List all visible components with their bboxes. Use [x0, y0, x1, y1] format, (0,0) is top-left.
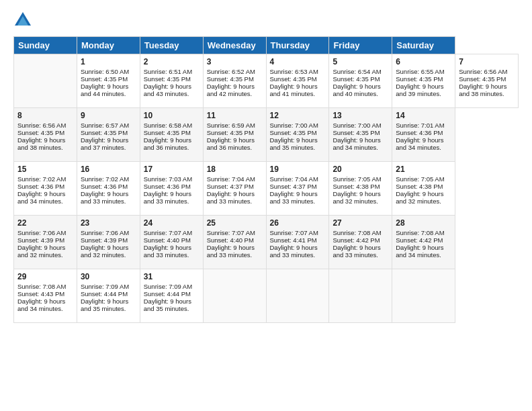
sunrise-label: Sunrise: 6:59 AM — [207, 122, 255, 129]
sunset-label: Sunset: 4:44 PM — [144, 290, 191, 298]
daylight-label: Daylight: 9 hours and 36 minutes. — [207, 136, 255, 151]
day-number: 10 — [144, 111, 200, 120]
daylight-label: Daylight: 9 hours and 41 minutes. — [270, 83, 318, 97]
day-number: 30 — [81, 272, 136, 281]
day-number: 23 — [81, 218, 136, 228]
header — [13, 11, 519, 30]
sunset-label: Sunset: 4:37 PM — [207, 183, 254, 190]
sunrise-label: Sunrise: 7:06 AM — [17, 229, 66, 236]
sunrise-label: Sunrise: 7:08 AM — [332, 229, 381, 236]
sunrise-label: Sunrise: 6:54 AM — [332, 68, 381, 75]
sunset-label: Sunset: 4:44 PM — [81, 290, 128, 298]
daylight-label: Daylight: 9 hours and 32 minutes. — [332, 190, 380, 205]
calendar-body: 1Sunrise: 6:50 AMSunset: 4:35 PMDaylight… — [14, 54, 519, 323]
sunrise-label: Sunrise: 7:08 AM — [396, 229, 444, 236]
day-header-wednesday: Wednesday — [203, 37, 266, 54]
daylight-label: Daylight: 9 hours and 35 minutes. — [144, 298, 191, 312]
sunrise-label: Sunrise: 7:05 AM — [396, 175, 444, 183]
day-cell: 5Sunrise: 6:54 AMSunset: 4:35 PMDaylight… — [329, 54, 392, 108]
day-cell: 8Sunrise: 6:56 AMSunset: 4:35 PMDaylight… — [14, 108, 77, 162]
sunrise-label: Sunrise: 7:00 AM — [270, 122, 318, 129]
day-number: 6 — [396, 57, 451, 66]
sunset-label: Sunset: 4:35 PM — [144, 75, 191, 83]
calendar-header: SundayMondayTuesdayWednesdayThursdayFrid… — [14, 37, 519, 54]
day-number: 26 — [270, 218, 326, 228]
sunrise-label: Sunrise: 6:55 AM — [396, 68, 444, 75]
day-cell: 27Sunrise: 7:08 AMSunset: 4:42 PMDayligh… — [329, 216, 392, 269]
calendar-table: SundayMondayTuesdayWednesdayThursdayFrid… — [13, 36, 519, 323]
day-number: 21 — [396, 165, 451, 174]
day-cell: 23Sunrise: 7:06 AMSunset: 4:39 PMDayligh… — [77, 216, 140, 269]
sunrise-label: Sunrise: 7:06 AM — [81, 229, 129, 236]
daylight-label: Daylight: 9 hours and 34 minutes. — [17, 298, 65, 312]
daylight-label: Daylight: 9 hours and 33 minutes. — [270, 190, 318, 205]
sunset-label: Sunset: 4:43 PM — [17, 290, 64, 298]
day-number: 18 — [207, 165, 263, 174]
logo — [13, 11, 35, 30]
day-cell: 24Sunrise: 7:07 AMSunset: 4:40 PMDayligh… — [140, 216, 203, 269]
day-number: 8 — [17, 111, 73, 120]
sunset-label: Sunset: 4:35 PM — [144, 129, 191, 136]
sunset-label: Sunset: 4:35 PM — [207, 129, 254, 136]
day-cell: 6Sunrise: 6:55 AMSunset: 4:35 PMDaylight… — [392, 54, 455, 108]
day-number: 17 — [144, 165, 200, 174]
day-cell: 31Sunrise: 7:09 AMSunset: 4:44 PMDayligh… — [140, 269, 203, 323]
sunset-label: Sunset: 4:42 PM — [396, 236, 443, 244]
daylight-label: Daylight: 9 hours and 34 minutes. — [332, 136, 380, 151]
day-cell: 16Sunrise: 7:02 AMSunset: 4:36 PMDayligh… — [77, 162, 140, 216]
day-header-thursday: Thursday — [266, 37, 329, 54]
sunrise-label: Sunrise: 7:09 AM — [81, 283, 129, 290]
daylight-label: Daylight: 9 hours and 33 minutes. — [144, 190, 191, 205]
sunset-label: Sunset: 4:35 PM — [332, 75, 380, 83]
sunrise-label: Sunrise: 6:50 AM — [81, 68, 129, 75]
sunset-label: Sunset: 4:35 PM — [207, 75, 254, 83]
sunrise-label: Sunrise: 7:08 AM — [17, 283, 66, 290]
day-number: 31 — [144, 272, 200, 281]
daylight-label: Daylight: 9 hours and 33 minutes. — [270, 244, 318, 259]
sunrise-label: Sunrise: 6:51 AM — [144, 68, 192, 75]
sunrise-label: Sunrise: 6:56 AM — [17, 122, 66, 129]
day-cell: 3Sunrise: 6:52 AMSunset: 4:35 PMDaylight… — [203, 54, 266, 108]
day-cell: 29Sunrise: 7:08 AMSunset: 4:43 PMDayligh… — [14, 269, 77, 323]
day-header-tuesday: Tuesday — [140, 37, 203, 54]
sunrise-label: Sunrise: 7:04 AM — [207, 175, 255, 183]
week-row-1: 1Sunrise: 6:50 AMSunset: 4:35 PMDaylight… — [14, 54, 519, 108]
daylight-label: Daylight: 9 hours and 38 minutes. — [17, 136, 65, 151]
sunset-label: Sunset: 4:36 PM — [81, 183, 128, 190]
week-row-3: 15Sunrise: 7:02 AMSunset: 4:36 PMDayligh… — [14, 162, 519, 216]
week-row-4: 22Sunrise: 7:06 AMSunset: 4:39 PMDayligh… — [14, 216, 519, 269]
sunset-label: Sunset: 4:35 PM — [459, 75, 506, 83]
day-cell — [392, 269, 455, 323]
sunset-label: Sunset: 4:40 PM — [207, 236, 254, 244]
sunrise-label: Sunrise: 6:53 AM — [270, 68, 318, 75]
sunset-label: Sunset: 4:36 PM — [396, 129, 443, 136]
day-cell: 19Sunrise: 7:04 AMSunset: 4:37 PMDayligh… — [266, 162, 329, 216]
sunrise-label: Sunrise: 7:05 AM — [332, 175, 381, 183]
day-number: 16 — [81, 165, 136, 174]
sunset-label: Sunset: 4:36 PM — [17, 183, 64, 190]
sunset-label: Sunset: 4:35 PM — [81, 75, 128, 83]
day-cell: 18Sunrise: 7:04 AMSunset: 4:37 PMDayligh… — [203, 162, 266, 216]
sunset-label: Sunset: 4:42 PM — [332, 236, 380, 244]
week-row-5: 29Sunrise: 7:08 AMSunset: 4:43 PMDayligh… — [14, 269, 519, 323]
sunrise-label: Sunrise: 7:07 AM — [270, 229, 318, 236]
day-cell — [329, 269, 392, 323]
daylight-label: Daylight: 9 hours and 32 minutes. — [396, 190, 443, 205]
day-number: 15 — [17, 165, 73, 174]
day-header-sunday: Sunday — [14, 37, 77, 54]
sunrise-label: Sunrise: 6:58 AM — [144, 122, 192, 129]
sunset-label: Sunset: 4:35 PM — [332, 129, 380, 136]
day-cell: 13Sunrise: 7:00 AMSunset: 4:35 PMDayligh… — [329, 108, 392, 162]
daylight-label: Daylight: 9 hours and 38 minutes. — [459, 83, 506, 97]
day-number: 12 — [270, 111, 326, 120]
day-number: 9 — [81, 111, 136, 120]
day-cell: 9Sunrise: 6:57 AMSunset: 4:35 PMDaylight… — [77, 108, 140, 162]
sunset-label: Sunset: 4:40 PM — [144, 236, 191, 244]
day-cell: 4Sunrise: 6:53 AMSunset: 4:35 PMDaylight… — [266, 54, 329, 108]
sunset-label: Sunset: 4:38 PM — [332, 183, 380, 190]
day-cell: 12Sunrise: 7:00 AMSunset: 4:35 PMDayligh… — [266, 108, 329, 162]
day-cell: 11Sunrise: 6:59 AMSunset: 4:35 PMDayligh… — [203, 108, 266, 162]
daylight-label: Daylight: 9 hours and 35 minutes. — [81, 298, 128, 312]
day-number: 11 — [207, 111, 263, 120]
day-cell: 21Sunrise: 7:05 AMSunset: 4:38 PMDayligh… — [392, 162, 455, 216]
